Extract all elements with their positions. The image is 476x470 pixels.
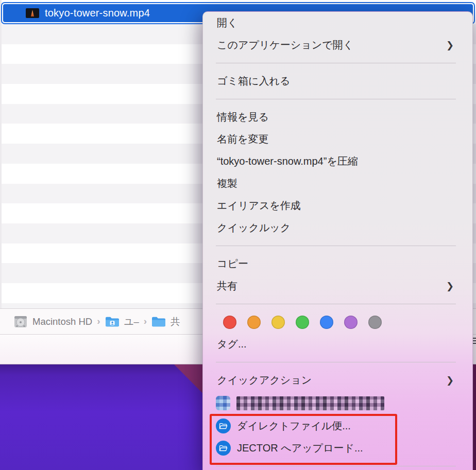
menu-item-get-info[interactable]: 情報を見る (203, 106, 472, 128)
menu-separator (216, 304, 456, 304)
menu-item-quick-actions[interactable]: クイックアクション ❯ (203, 369, 472, 391)
menu-item-copy[interactable]: コピー (203, 253, 472, 275)
path-segment-shared[interactable]: 共 (171, 315, 180, 328)
menu-item-move-to-trash[interactable]: ゴミ箱に入れる (203, 70, 472, 92)
menu-separator (216, 246, 456, 246)
tag-purple[interactable] (344, 316, 358, 329)
menu-item-open-with[interactable]: このアプリケーションで開く ❯ (203, 34, 472, 56)
tag-color-row (203, 311, 472, 333)
menu-separator (216, 63, 456, 63)
hdd-icon (13, 315, 28, 328)
menu-item-direct-file-bin[interactable]: ダイレクトファイル便... (203, 415, 472, 437)
shared-folder-icon (151, 315, 166, 328)
menu-separator (216, 362, 456, 362)
tag-orange[interactable] (247, 316, 261, 329)
context-menu: 開く このアプリケーションで開く ❯ ゴミ箱に入れる 情報を見る 名前を変更 “… (202, 11, 473, 470)
menu-item-quick-look[interactable]: クイックルック (203, 217, 472, 239)
menu-item-open[interactable]: 開く (203, 12, 472, 34)
selected-file-name: tokyo-tower-snow.mp4 (45, 7, 150, 19)
menu-item-rename[interactable]: 名前を変更 (203, 128, 472, 150)
path-segment-macintosh-hd[interactable]: Macintosh HD (32, 316, 92, 327)
path-chevron-icon: › (97, 316, 100, 327)
pixelated-label (236, 396, 384, 410)
video-thumbnail-icon (26, 8, 39, 18)
menu-separator (216, 99, 456, 99)
path-chevron-icon: › (144, 316, 147, 327)
menu-item-share[interactable]: 共有 ❯ (203, 275, 472, 297)
pixelated-app-icon (216, 396, 230, 410)
menu-item-redacted-antivirus-scan[interactable] (203, 391, 472, 415)
tag-green[interactable] (296, 316, 309, 329)
user-folder-icon (105, 315, 120, 328)
path-segment-users[interactable]: ユ– (124, 315, 139, 328)
menu-item-make-alias[interactable]: エイリアスを作成 (203, 195, 472, 217)
menu-item-tags[interactable]: タグ... (203, 333, 472, 355)
submenu-chevron-icon: ❯ (446, 281, 454, 292)
menu-item-compress[interactable]: “tokyo-tower-snow.mp4”を圧縮 (203, 150, 472, 172)
upload-folder-icon (216, 441, 231, 456)
tag-yellow[interactable] (271, 316, 285, 329)
menu-separator (216, 466, 456, 466)
upload-folder-icon (216, 419, 231, 433)
tag-red[interactable] (223, 316, 236, 329)
tag-blue[interactable] (320, 316, 333, 329)
tokyo-tower-graphic (31, 10, 34, 16)
submenu-chevron-icon: ❯ (446, 375, 454, 386)
menu-item-jector-upload[interactable]: JECTOR へアップロード... (203, 437, 472, 459)
submenu-chevron-icon: ❯ (446, 40, 454, 51)
menu-item-duplicate[interactable]: 複製 (203, 172, 472, 195)
tag-gray[interactable] (368, 316, 382, 329)
